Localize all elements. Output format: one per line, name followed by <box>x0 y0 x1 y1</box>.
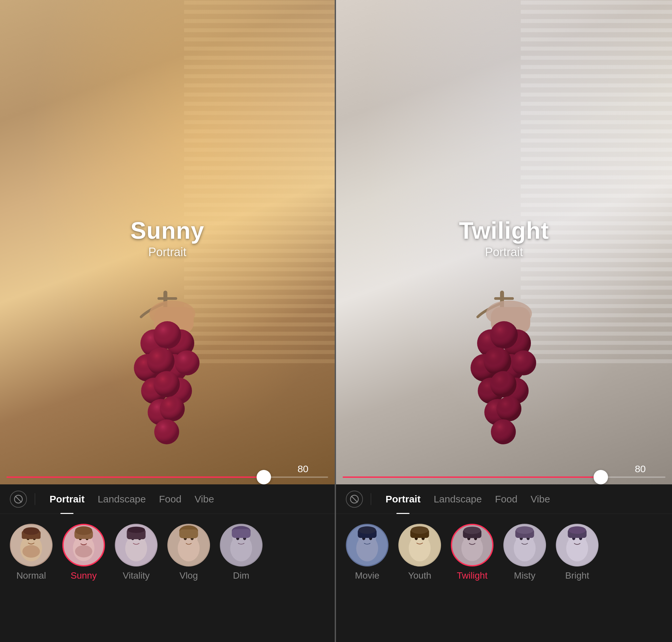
right-photo-area: Twilight Portrait 80 <box>336 0 672 484</box>
svg-rect-71 <box>494 297 514 300</box>
left-photo-area: Sunny Portrait 80 <box>0 0 335 484</box>
left-bottom-controls: Portrait Landscape Food Vibe <box>0 484 335 642</box>
right-bottom-controls: Portrait Landscape Food Vibe <box>336 484 672 642</box>
right-tab-portrait[interactable]: Portrait <box>379 491 427 508</box>
right-filter-label-movie: Movie <box>355 570 380 581</box>
right-slider-track[interactable] <box>343 476 666 478</box>
left-tab-portrait[interactable]: Portrait <box>43 491 91 508</box>
left-tab-bar: Portrait Landscape Food Vibe <box>0 484 335 514</box>
right-slider-thumb[interactable] <box>594 470 608 484</box>
left-slider-thumb[interactable] <box>256 470 271 484</box>
right-filter-label-bright: Bright <box>565 570 589 581</box>
left-filter-label-dim: Dim <box>233 570 249 581</box>
svg-point-17 <box>174 350 199 375</box>
left-filter-item-normal[interactable]: Normal <box>6 524 56 581</box>
left-slider-value: 80 <box>298 463 308 475</box>
svg-point-55 <box>127 527 145 533</box>
left-avatar-vlog <box>167 524 210 566</box>
left-slider-track[interactable] <box>6 476 328 478</box>
left-face-normal <box>11 525 52 565</box>
svg-point-79 <box>490 321 518 349</box>
right-tabs: Portrait Landscape Food Vibe <box>379 491 662 508</box>
right-filter-item-twilight[interactable]: Twilight <box>448 524 497 581</box>
left-avatar-dim <box>220 524 263 566</box>
left-tab-landscape[interactable]: Landscape <box>91 491 153 508</box>
left-filter-subtitle: Portrait <box>130 245 204 259</box>
right-no-filter-button[interactable] <box>346 491 363 508</box>
right-tab-divider <box>371 493 371 505</box>
left-avatar-sunny <box>62 524 105 566</box>
right-filter-item-youth[interactable]: Youth <box>395 524 444 581</box>
svg-point-23 <box>154 371 180 397</box>
right-filter-label-twilight: Twilight <box>457 570 487 581</box>
svg-point-87 <box>511 350 536 375</box>
right-avatar-movie <box>346 524 388 566</box>
right-filter-item-misty[interactable]: Misty <box>500 524 549 581</box>
left-panel: Sunny Portrait 80 <box>0 0 336 642</box>
svg-point-40 <box>23 527 39 535</box>
left-tabs: Portrait Landscape Food Vibe <box>43 491 325 508</box>
left-filter-item-sunny[interactable]: Sunny <box>59 524 108 581</box>
left-filter-label-sunny: Sunny <box>70 570 96 581</box>
svg-point-9 <box>154 321 181 349</box>
left-filter-item-dim[interactable]: Dim <box>216 524 266 581</box>
right-tab-landscape[interactable]: Landscape <box>427 491 489 508</box>
svg-point-108 <box>358 526 376 534</box>
svg-point-29 <box>154 419 179 444</box>
left-tab-vibe[interactable]: Vibe <box>188 491 221 508</box>
right-avatar-twilight <box>451 524 493 566</box>
left-face-dim <box>221 525 262 565</box>
no-filter-icon <box>14 495 23 504</box>
left-filter-name: Sunny <box>130 217 204 244</box>
left-slider-fill <box>6 476 264 478</box>
right-tab-vibe[interactable]: Vibe <box>524 491 557 508</box>
left-slider-area: 80 <box>6 476 328 478</box>
right-slider-area: 80 <box>343 476 666 478</box>
svg-point-15 <box>147 347 174 375</box>
svg-point-93 <box>490 371 516 397</box>
right-tab-food[interactable]: Food <box>488 491 524 508</box>
left-avatar-vitality <box>115 524 158 566</box>
left-filter-item-vitality[interactable]: Vitality <box>111 524 161 581</box>
right-avatar-misty <box>503 524 546 566</box>
left-face-sunny <box>64 525 104 565</box>
svg-point-136 <box>568 526 586 534</box>
right-panel: Twilight Portrait 80 <box>336 0 672 642</box>
right-tab-bar: Portrait Landscape Food Vibe <box>336 484 672 514</box>
right-filter-item-movie[interactable]: Movie <box>343 524 392 581</box>
right-face-misty <box>504 525 545 565</box>
right-face-youth <box>399 525 440 565</box>
right-avatar-bright <box>556 524 598 566</box>
left-face-vitality <box>116 525 157 565</box>
left-photo-background: Sunny Portrait 80 <box>0 0 335 484</box>
right-filter-subtitle: Portrait <box>459 245 549 259</box>
right-filters-row: Movie Youth <box>336 514 672 642</box>
right-filter-overlay: Twilight Portrait <box>459 217 549 259</box>
left-grapes-image <box>115 287 220 458</box>
svg-point-122 <box>464 527 481 534</box>
right-filter-item-bright[interactable]: Bright <box>553 524 602 581</box>
left-tab-divider <box>35 493 35 505</box>
left-filter-item-vlog[interactable]: Vlog <box>164 524 213 581</box>
left-no-filter-button[interactable] <box>10 491 27 508</box>
right-avatar-youth <box>398 524 441 566</box>
svg-point-48 <box>75 526 93 535</box>
left-tab-food[interactable]: Food <box>152 491 188 508</box>
svg-point-97 <box>497 396 522 421</box>
svg-point-85 <box>484 347 511 375</box>
left-filters-row: Normal <box>0 514 335 642</box>
left-avatar-normal <box>10 524 53 566</box>
right-face-movie <box>347 525 387 565</box>
right-filter-label-misty: Misty <box>514 570 535 581</box>
svg-point-99 <box>491 419 516 444</box>
svg-line-101 <box>352 496 357 502</box>
right-no-filter-icon <box>350 495 359 504</box>
right-slider-value: 80 <box>635 463 646 475</box>
left-filter-label-vlog: Vlog <box>180 570 198 581</box>
right-face-twilight <box>452 525 492 565</box>
svg-rect-1 <box>158 297 177 300</box>
svg-point-37 <box>22 545 40 557</box>
svg-point-46 <box>75 545 93 557</box>
right-face-bright <box>557 525 597 565</box>
right-photo-background: Twilight Portrait 80 <box>336 0 672 484</box>
